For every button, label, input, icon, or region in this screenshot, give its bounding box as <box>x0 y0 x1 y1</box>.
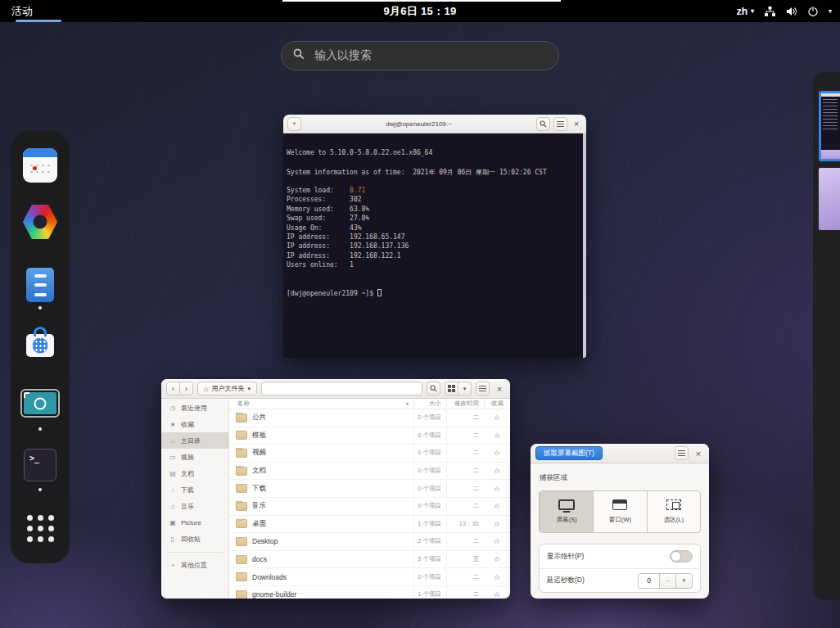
hamburger-icon <box>557 121 564 127</box>
terminal-output[interactable]: Welcome to 5.10.0-5.8.0.22.oe1.x86_64 Sy… <box>283 133 583 358</box>
show-pointer-toggle[interactable] <box>670 550 693 562</box>
clock-button[interactable]: 9月6日 15：19 <box>0 0 840 22</box>
capture-mode-button[interactable]: 窗口(W) <box>593 491 646 532</box>
files-sidebar-item[interactable]: ★ 收藏 <box>161 416 228 432</box>
star-icon[interactable]: ☆ <box>484 537 510 545</box>
screenshot-close-button[interactable]: × <box>693 449 704 459</box>
star-icon[interactable]: ☆ <box>484 520 510 528</box>
workspace-thumbnail-active[interactable] <box>819 91 840 161</box>
capture-area-label: 捕获区域 <box>540 473 701 483</box>
back-button[interactable]: ‹ <box>166 382 180 395</box>
column-header-size[interactable]: 大小 <box>413 399 446 409</box>
files-sidebar: ◷ 最近使用 ★ 收藏 ⌂ 主目录 ▭ 视频 <box>161 399 229 599</box>
dock-item-software[interactable] <box>11 326 70 359</box>
terminal-search-button[interactable] <box>536 117 550 131</box>
thumbnail-wallpaper <box>821 150 840 159</box>
file-row[interactable]: 下载 0 个项目 二 ☆ <box>229 480 510 498</box>
screenshot-menu-button[interactable] <box>675 446 689 460</box>
files-sidebar-item[interactable]: ▤ 文档 <box>161 465 228 481</box>
files-sidebar-item[interactable]: ↓ 下载 <box>161 481 228 498</box>
sidebar-place-label: 回收站 <box>181 535 201 544</box>
file-row[interactable]: 桌面 1 个项目 13：31 ☆ <box>229 516 510 534</box>
star-icon[interactable]: ☆ <box>484 502 510 510</box>
file-row[interactable]: 文档 0 个项目 二 ☆ <box>229 463 510 481</box>
screenshot-dialog[interactable]: 抓取屏幕截图(T) × 捕获区域 屏幕(S) 窗口(W) <box>531 444 709 599</box>
dock-item-app-grid[interactable] <box>11 513 70 542</box>
star-icon[interactable]: ☆ <box>484 467 510 475</box>
view-options-button[interactable]: ▾ <box>458 382 472 395</box>
files-sidebar-item[interactable]: ♫ 音乐 <box>161 498 228 514</box>
file-name: 公共 <box>252 413 266 422</box>
star-icon[interactable]: ☆ <box>484 431 510 440</box>
star-icon[interactable]: ☆ <box>484 555 510 563</box>
hamburger-icon <box>479 386 486 391</box>
terminal-window[interactable]: + dwj@openeuler2109:~ × Welcome to 5.10.… <box>283 115 586 358</box>
column-header-starred[interactable]: 收藏 <box>484 399 510 409</box>
folder-icon <box>236 590 247 599</box>
sidebar-place-icon: ▣ <box>169 519 177 526</box>
capture-mode-button[interactable]: 选区(L) <box>647 491 700 532</box>
file-row[interactable]: 模板 0 个项目 二 ☆ <box>229 427 510 445</box>
files-close-button[interactable]: × <box>494 384 505 394</box>
files-window[interactable]: ‹ › ⌂ 用户文件夹 ▾ ▾ × <box>161 379 510 599</box>
terminal-menu-button[interactable] <box>553 117 567 131</box>
terminal-welcome-line: Welcome to 5.10.0-5.8.0.22.oe1.x86_64 <box>287 149 583 158</box>
new-tab-button[interactable]: + <box>287 117 301 131</box>
terminal-scrollbar[interactable] <box>583 133 586 358</box>
dock-item-calendar[interactable] <box>11 148 70 183</box>
dock-item-terminal[interactable]: >_ <box>11 449 70 481</box>
files-sidebar-item[interactable]: ▭ 视频 <box>161 449 228 465</box>
search-input[interactable]: 输入以搜索 <box>281 41 559 70</box>
pathbar-field[interactable] <box>261 382 422 395</box>
column-header-name[interactable]: 名称 ▼ <box>229 399 413 409</box>
file-modified: 二 <box>446 480 484 497</box>
dock-item-screenshot[interactable] <box>11 389 70 418</box>
files-sidebar-item[interactable]: ▣ Picture <box>161 514 228 531</box>
system-status-area[interactable]: zh ▾ ▾ <box>737 0 832 22</box>
terminal-stat-line: Swap used: 27.8% <box>287 215 583 224</box>
file-row[interactable]: 公共 0 个项目 二 ☆ <box>229 409 510 427</box>
files-sidebar-item[interactable]: ◷ 最近使用 <box>161 400 228 416</box>
file-row[interactable]: Downloads 0 个项目 二 ☆ <box>229 568 510 586</box>
workspace-thumbnail-2[interactable] <box>819 168 840 230</box>
delay-value[interactable]: 0 <box>638 573 660 589</box>
terminal-close-button[interactable]: × <box>571 119 582 129</box>
files-sidebar-item[interactable]: ▯ 回收站 <box>161 531 228 547</box>
sidebar-place-label: 音乐 <box>181 502 194 511</box>
terminal-app-icon: >_ <box>24 449 56 481</box>
dock-item-files[interactable] <box>11 268 70 302</box>
folder-icon <box>236 413 247 422</box>
star-icon[interactable]: ☆ <box>484 449 510 457</box>
sidebar-place-icon: ↓ <box>169 486 177 494</box>
file-row[interactable]: docs 5 个项目 五 ☆ <box>229 551 510 569</box>
files-menu-button[interactable] <box>476 382 490 395</box>
grid-view-button[interactable] <box>445 382 458 395</box>
sidebar-place-label: 文档 <box>181 469 194 478</box>
take-screenshot-button[interactable]: 抓取屏幕截图(T) <box>535 446 603 460</box>
capture-mode-button[interactable]: 屏幕(S) <box>540 491 593 532</box>
delay-label: 延迟秒数(D) <box>547 576 585 585</box>
column-header-modified[interactable]: 修改时间 <box>446 399 484 409</box>
files-sidebar-item[interactable]: + 其他位置 <box>161 557 228 573</box>
sidebar-place-label: 其他位置 <box>181 561 207 570</box>
star-icon[interactable]: ☆ <box>484 573 510 581</box>
files-search-button[interactable] <box>427 382 440 395</box>
delay-increase-button[interactable]: + <box>675 573 693 589</box>
chevron-down-icon: ▾ <box>829 8 832 15</box>
input-language-menu[interactable]: zh ▾ <box>737 6 754 17</box>
location-dropdown[interactable]: ⌂ 用户文件夹 ▾ <box>197 382 257 395</box>
star-icon[interactable]: ☆ <box>484 590 510 599</box>
file-row[interactable]: gnome-builder 1 个项目 二 ☆ <box>229 586 510 599</box>
star-icon[interactable]: ☆ <box>484 485 510 493</box>
files-sidebar-item[interactable]: ⌂ 主目录 <box>161 432 228 449</box>
file-row[interactable]: 音乐 0 个项目 二 ☆ <box>229 498 510 516</box>
network-wired-icon <box>765 7 775 16</box>
forward-button[interactable]: › <box>179 382 193 395</box>
dock-item-photos[interactable] <box>11 204 70 240</box>
file-item-count: 0 个项目 <box>413 480 446 497</box>
star-icon[interactable]: ☆ <box>484 413 510 422</box>
delay-decrease-button[interactable]: − <box>659 573 676 589</box>
file-row[interactable]: 视频 0 个项目 二 ☆ <box>229 445 510 463</box>
file-row[interactable]: Desktop 2 个项目 二 ☆ <box>229 533 510 551</box>
file-item-count: 0 个项目 <box>413 409 446 427</box>
